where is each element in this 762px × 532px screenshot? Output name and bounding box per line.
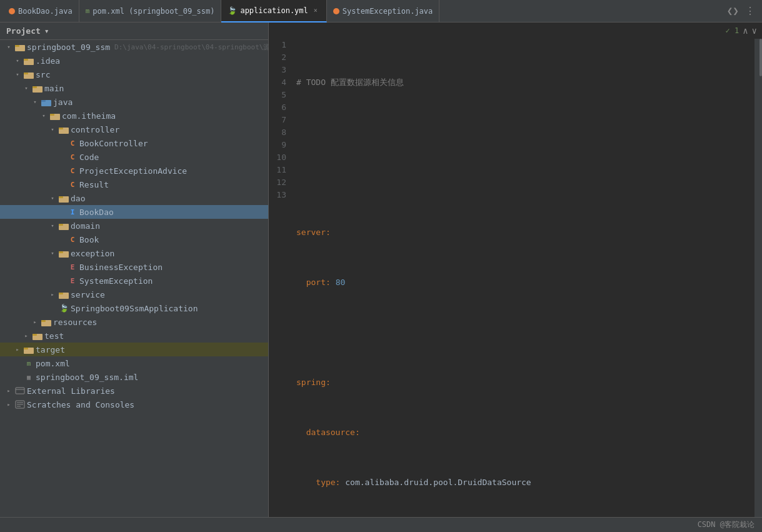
tree-item-Springboot09SsmApplication[interactable]: 🍃 Springboot09SsmApplication (0, 301, 268, 315)
arrow-exception[interactable] (48, 249, 57, 258)
editor-nav-up[interactable]: ∧ (743, 26, 748, 36)
folder-icon-java (41, 98, 51, 106)
file-icon-ext-libs (15, 386, 25, 395)
tree-item-target[interactable]: target (0, 343, 268, 356)
tree-item-springboot09[interactable]: springboot_09_ssm D:\java\04-springboot\… (0, 40, 268, 54)
arrow-main[interactable] (22, 84, 31, 93)
bottom-bar: CSDN @客院栽论 (0, 517, 762, 532)
arrow-service[interactable] (48, 290, 57, 299)
label-scratches: Scratches and Consoles (27, 400, 134, 409)
code-editor[interactable]: # TODO 配置数据源相关信息 server: port: 80 spring… (291, 39, 754, 517)
tree-item-Code[interactable]: C Code (0, 150, 268, 164)
tree-item-pom-xml[interactable]: m pom.xml (0, 356, 268, 370)
label-ProjectExceptionAdvice: ProjectExceptionAdvice (79, 166, 187, 176)
arrow-target[interactable] (13, 345, 22, 354)
arrow-dao[interactable] (48, 194, 57, 203)
arrow-com-itheima[interactable] (39, 111, 48, 120)
label-springboot09-path: D:\java\04-springboot\04-springboot\源码 (114, 43, 268, 52)
tree-item-resources[interactable]: resources (0, 315, 268, 329)
line-numbers: 1 2 3 4 5 6 7 ▶ 8 9 10 11 12 13 (269, 39, 291, 517)
label-exception: exception (71, 249, 114, 258)
tree-item-main[interactable]: main (0, 81, 268, 95)
arrow-scratches[interactable] (4, 400, 13, 409)
arrow-resources[interactable] (31, 318, 39, 326)
tab-app-yml[interactable]: 🍃 application.yml × (221, 0, 326, 23)
arrow-springboot09[interactable] (4, 43, 13, 51)
ln-13: 13 (274, 189, 286, 201)
scrollbar-thumb[interactable] (759, 39, 762, 76)
ln-4: 4 (274, 76, 286, 89)
label-Book: Book (79, 235, 99, 244)
tree-item-com-itheima[interactable]: com.itheima (0, 109, 268, 123)
label-SystemException: SystemException (79, 276, 153, 286)
tree-item-BookDao[interactable]: I BookDao (0, 205, 268, 219)
tab-more-button[interactable]: ⋮ (743, 5, 757, 17)
tree-item-idea[interactable]: .idea (0, 54, 268, 68)
tab-label-pom: pom.xml (springboot_09_ssm) (93, 7, 214, 16)
tab-book-dao[interactable]: BookDao.java (3, 0, 79, 23)
code-line-6 (296, 326, 754, 339)
arrow-ext-libs[interactable] (4, 386, 13, 395)
tree-item-service[interactable]: service (0, 288, 268, 301)
arrow-src[interactable] (13, 70, 22, 79)
file-icon-BusinessException: E (68, 263, 78, 271)
tree-item-dao[interactable]: dao (0, 191, 268, 205)
tree-item-Result[interactable]: C Result (0, 178, 268, 191)
tree-item-java[interactable]: java (0, 95, 268, 109)
tree-item-BusinessException[interactable]: E BusinessException (0, 260, 268, 274)
label-BookDao: BookDao (79, 208, 114, 217)
tree-item-controller[interactable]: controller (0, 123, 268, 136)
svg-rect-15 (59, 196, 63, 198)
bottom-bar-credit: CSDN @客院栽论 (698, 519, 754, 530)
code-line-4: server: (296, 226, 754, 239)
label-main: main (44, 84, 64, 93)
tree-item-SystemException[interactable]: E SystemException (0, 274, 268, 288)
tab-sys-exception[interactable]: SystemException.java (327, 0, 440, 23)
arrow-test[interactable] (22, 331, 31, 340)
label-service: service (71, 290, 105, 299)
tree-item-BookController[interactable]: C BookController (0, 136, 268, 150)
folder-icon-domain (59, 221, 69, 230)
editor-toolbar: ✓ 1 ∧ ∨ (269, 23, 762, 39)
svg-rect-19 (59, 251, 63, 253)
tree-item-exception[interactable]: exception (0, 246, 268, 260)
label-dao: dao (71, 194, 85, 203)
tree-item-ext-libs[interactable]: External Libraries (0, 384, 268, 398)
file-icon-Result: C (68, 180, 78, 189)
arrow-controller[interactable] (48, 125, 57, 134)
tree-item-src[interactable]: src (0, 68, 268, 81)
tree-item-domain[interactable]: domain (0, 219, 268, 233)
label-iml: springboot_09_ssm.iml (36, 373, 138, 382)
tree-item-iml[interactable]: ▦ springboot_09_ssm.iml (0, 370, 268, 384)
ln-8: 8 (274, 126, 286, 139)
folder-icon-com-itheima (50, 111, 60, 120)
main-area: Project ▾ springboot_09_ssm D:\java\04-s… (0, 23, 762, 517)
tab-label-sys-exc: SystemException.java (343, 7, 433, 16)
project-title-arrow[interactable]: ▾ (44, 26, 49, 36)
label-src: src (36, 70, 50, 79)
tab-close-yml[interactable]: × (311, 6, 320, 15)
label-com-itheima: com.itheima (62, 111, 116, 121)
tree-item-ProjectExceptionAdvice[interactable]: C ProjectExceptionAdvice (0, 164, 268, 178)
code-line-8: datasource: (296, 426, 754, 439)
tree-item-Book[interactable]: C Book (0, 233, 268, 246)
code-line-7: spring: (296, 376, 754, 389)
svg-rect-5 (24, 73, 28, 74)
tree-item-scratches[interactable]: Scratches and Consoles (0, 398, 268, 411)
scrollbar-track[interactable] (754, 39, 762, 517)
editor-check[interactable]: ✓ 1 (725, 26, 739, 35)
folder-icon-exception (59, 249, 69, 258)
tree-item-test[interactable]: test (0, 329, 268, 343)
arrow-domain[interactable] (48, 221, 57, 230)
tab-pom-xml[interactable]: m pom.xml (springboot_09_ssm) (79, 0, 222, 23)
editor-content[interactable]: 1 2 3 4 5 6 7 ▶ 8 9 10 11 12 13 # TODO 配… (269, 39, 762, 517)
arrow-java[interactable] (31, 98, 39, 106)
editor-nav-down[interactable]: ∨ (752, 26, 757, 36)
arrow-idea[interactable] (13, 56, 22, 65)
code-line-3 (296, 176, 754, 189)
ln-1: 1 (274, 39, 286, 51)
svg-rect-25 (33, 334, 37, 336)
tab-list-button[interactable]: ❮❯ (725, 5, 741, 17)
svg-rect-27 (24, 348, 28, 349)
folder-icon-service (59, 290, 69, 299)
